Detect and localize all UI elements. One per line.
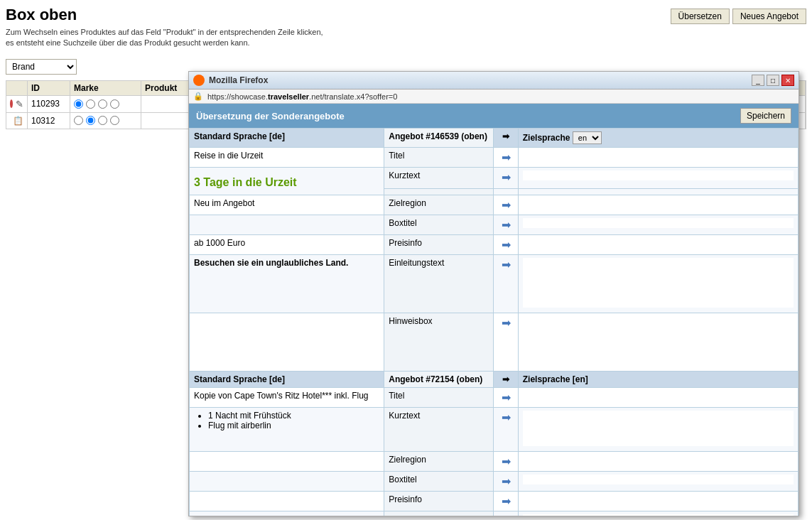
row-kurztext-target[interactable] bbox=[518, 168, 798, 189]
row-preisinfo: ab 1000 Euro Preisinfo ➡ bbox=[190, 235, 799, 255]
translation-table: Standard Sprache [de] Angebot #146539 (o… bbox=[189, 128, 799, 516]
row2-radio1[interactable] bbox=[74, 116, 83, 125]
s2-row-einleitung-target[interactable] bbox=[518, 511, 798, 516]
section1-angebot: Angebot #146539 (oben) bbox=[384, 129, 494, 148]
row1-icons: ✎ bbox=[6, 96, 28, 112]
section2-arrow-header: ➡ bbox=[494, 372, 518, 388]
row-einleitung-field: Einleitungstext bbox=[384, 255, 494, 313]
s2-row-preisinfo-field: Preisinfo bbox=[384, 492, 494, 511]
firefox-window: Mozilla Firefox _ □ ✕ 🔒 https://showcase… bbox=[188, 71, 799, 516]
row-boxtitel-arrow[interactable]: ➡ bbox=[494, 215, 518, 235]
neues-angebot-button[interactable]: Neues Angebot bbox=[732, 9, 806, 24]
firefox-content: Übersetzung der Sonderangebote Speichern… bbox=[189, 104, 799, 516]
row-zielregion: Neu im Angebot Zielregion ➡ bbox=[190, 195, 799, 215]
s2-row-einleitung-arrow[interactable]: ➡ bbox=[494, 511, 518, 516]
row2-icons: 📋 bbox=[6, 113, 28, 129]
row-hinweisbox-target[interactable] bbox=[518, 313, 798, 372]
col-header-id: ID bbox=[28, 81, 70, 95]
row1-radio2[interactable] bbox=[86, 99, 95, 109]
s2-row-boxtitel-target[interactable] bbox=[518, 472, 798, 492]
green-title: 3 Tage in die Urzeit bbox=[194, 170, 379, 192]
row2-id: 10312 bbox=[28, 113, 70, 129]
row-preisinfo-field: Preisinfo bbox=[384, 235, 494, 255]
row2-radio2[interactable] bbox=[86, 116, 95, 125]
address-url[interactable]: https://showcase.travelseller.net/transl… bbox=[207, 92, 794, 101]
row-einleitung-arrow[interactable]: ➡ bbox=[494, 255, 518, 313]
row-preisinfo-target[interactable] bbox=[518, 235, 798, 255]
s2-row-kurztext-target[interactable] bbox=[518, 408, 798, 452]
row-preisinfo-arrow[interactable]: ➡ bbox=[494, 235, 518, 255]
zielsprache-select[interactable]: en de fr bbox=[573, 131, 602, 144]
s2-row-preisinfo-arrow[interactable]: ➡ bbox=[494, 492, 518, 511]
row2-marke bbox=[70, 113, 141, 129]
brand-select[interactable]: Brand bbox=[6, 59, 77, 75]
page-title: Box oben bbox=[6, 6, 332, 24]
translation-header: Übersetzung der Sonderangebote Speichern bbox=[189, 104, 799, 128]
s2-row-preisinfo-de bbox=[190, 492, 384, 511]
bullet-item: 1 Nacht mit Frühstück bbox=[208, 411, 379, 421]
section2-std-lang: Standard Sprache [de] bbox=[190, 372, 384, 388]
row-hinweisbox-de bbox=[190, 313, 384, 372]
edit-icon[interactable]: ✎ bbox=[16, 99, 23, 109]
empty-arrow bbox=[494, 188, 518, 195]
row-einleitung-de: Besuchen sie ein unglaubliches Land. bbox=[190, 255, 384, 313]
section2-angebot: Angebot #72154 (oben) bbox=[384, 372, 494, 388]
s2-row-zielregion-de bbox=[190, 452, 384, 472]
s2-row-zielregion-target[interactable] bbox=[518, 452, 798, 472]
row-kurztext: 3 Tage in die Urzeit Kurztext ➡ bbox=[190, 168, 799, 189]
speichern-button[interactable]: Speichern bbox=[740, 108, 791, 124]
row1-marke bbox=[70, 96, 141, 112]
section1-header: Standard Sprache [de] Angebot #146539 (o… bbox=[190, 129, 799, 148]
row-zielregion-arrow[interactable]: ➡ bbox=[494, 195, 518, 215]
row-kurztext-arrow[interactable]: ➡ bbox=[494, 168, 518, 189]
row1-radio1[interactable] bbox=[74, 99, 83, 109]
minimize-button[interactable]: _ bbox=[752, 75, 764, 86]
doc-icon[interactable]: 📋 bbox=[13, 116, 23, 126]
empty-target bbox=[518, 188, 798, 195]
row-titel-target[interactable] bbox=[518, 148, 798, 168]
row-hinweisbox: Hinweisbox ➡ bbox=[190, 313, 799, 372]
bullet-item: Flug mit airberlin bbox=[208, 421, 379, 430]
section2-zielsprache: Zielsprache [en] bbox=[518, 372, 798, 388]
firefox-icon bbox=[193, 75, 205, 86]
row2-radio4[interactable] bbox=[110, 116, 119, 125]
s2-row-einleitung: Einleitungstext ➡ bbox=[190, 511, 799, 516]
s2-row-einleitung-field: Einleitungstext bbox=[384, 511, 494, 516]
s2-row-preisinfo-target[interactable] bbox=[518, 492, 798, 511]
lock-icon: 🔒 bbox=[193, 92, 203, 101]
section1-std-lang: Standard Sprache [de] bbox=[190, 129, 384, 148]
firefox-title: Mozilla Firefox bbox=[209, 75, 268, 85]
translation-title: Übersetzung der Sonderangebote bbox=[196, 111, 345, 121]
row-einleitung-target[interactable] bbox=[518, 255, 798, 313]
empty-field bbox=[384, 188, 494, 195]
s2-row-titel-arrow[interactable]: ➡ bbox=[494, 388, 518, 408]
close-button[interactable]: ✕ bbox=[781, 75, 794, 86]
row-titel-field: Titel bbox=[384, 148, 494, 168]
row-zielregion-de: Neu im Angebot bbox=[190, 195, 384, 215]
section2-header: Standard Sprache [de] Angebot #72154 (ob… bbox=[190, 372, 799, 388]
s2-row-kurztext-field: Kurztext bbox=[384, 408, 494, 452]
s2-row-kurztext-arrow[interactable]: ➡ bbox=[494, 408, 518, 452]
section1-zielsprache: Zielsprache en de fr bbox=[518, 129, 798, 148]
uebersetzen-button[interactable]: Übersetzen bbox=[671, 9, 730, 24]
firefox-addressbar: 🔒 https://showcase.travelseller.net/tran… bbox=[189, 90, 799, 104]
row-zielregion-target[interactable] bbox=[518, 195, 798, 215]
row-hinweisbox-field: Hinweisbox bbox=[384, 313, 494, 372]
row-preisinfo-de: ab 1000 Euro bbox=[190, 235, 384, 255]
row-boxtitel-target[interactable] bbox=[518, 215, 798, 235]
s2-row-titel-target[interactable] bbox=[518, 388, 798, 408]
row1-radio3[interactable] bbox=[98, 99, 107, 109]
row-einleitung: Besuchen sie ein unglaubliches Land. Ein… bbox=[190, 255, 799, 313]
row2-radio3[interactable] bbox=[98, 116, 107, 125]
s2-row-boxtitel-field: Boxtitel bbox=[384, 472, 494, 492]
s2-row-zielregion-arrow[interactable]: ➡ bbox=[494, 452, 518, 472]
maximize-button[interactable]: □ bbox=[767, 75, 779, 86]
row-hinweisbox-arrow[interactable]: ➡ bbox=[494, 313, 518, 372]
row-zielregion-field: Zielregion bbox=[384, 195, 494, 215]
row-titel-arrow[interactable]: ➡ bbox=[494, 148, 518, 168]
row1-radio4[interactable] bbox=[110, 99, 119, 109]
status-icon-red bbox=[10, 99, 13, 108]
s2-row-boxtitel-arrow[interactable]: ➡ bbox=[494, 472, 518, 492]
col-header-marke: Marke bbox=[70, 81, 141, 95]
s2-row-kurztext: 1 Nacht mit Frühstück Flug mit airberlin… bbox=[190, 408, 799, 452]
